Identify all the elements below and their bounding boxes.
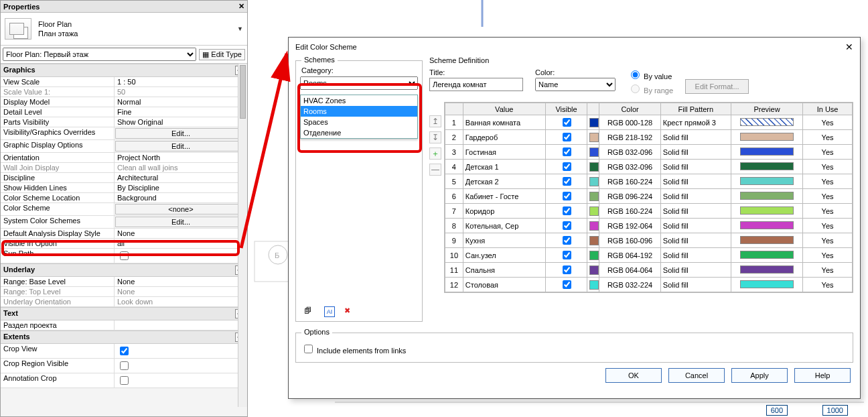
prop-row[interactable]: Crop View [1,344,247,359]
table-row[interactable]: 5Детская 2RGB 160-224Solid fillYes [445,174,853,189]
prop-row[interactable]: Show Hidden LinesBy Discipline [1,183,247,193]
title-input[interactable] [429,78,523,91]
table-row[interactable]: 7КоридорRGB 160-224Solid fillYes [445,204,853,219]
table-row[interactable]: 2ГардеробRGB 218-192Solid fillYes [445,130,853,145]
move-up-icon[interactable]: ↥ [429,115,441,127]
type-line1: Floor Plan [38,19,78,29]
color-select[interactable]: Name [535,78,616,91]
instance-select[interactable]: Floor Plan: Первый этаж [3,48,196,61]
delete-icon[interactable]: ✖ [344,306,355,317]
scheme-definition-group: Scheme Definition Title: Color: Name By … [429,56,853,322]
dimension-600: 600 [766,405,788,416]
prop-row[interactable]: Color Scheme LocationBackground [1,193,247,203]
table-row[interactable]: 11СпальняRGB 064-064Solid fillYes [445,263,853,278]
by-range-radio[interactable]: By range [628,82,673,97]
group-text[interactable]: Text✳ [1,307,247,320]
edit-type-icon: ▦ [202,50,209,59]
prop-row[interactable]: Display ModelNormal [1,97,247,107]
prop-row[interactable]: Underlay OrientationLook down [1,297,247,307]
prop-row[interactable]: Crop Region Visible [1,359,247,373]
include-elements-checkbox[interactable]: Include elements from links [301,347,406,355]
type-selector[interactable]: Floor Plan План этажа ▼ [1,13,247,46]
prop-row[interactable]: Range: Base LevelNone [1,277,247,287]
dimension-1000: 1000 [822,405,848,416]
apply-button[interactable]: Apply [731,368,788,383]
prop-row[interactable]: Color Scheme<none> [1,203,247,216]
edit-type-label: Edit Type [211,50,242,58]
remove-row-icon[interactable]: — [429,164,441,176]
prop-row[interactable]: Visible In Optionall [1,239,247,249]
type-line2: План этажа [38,29,78,38]
prop-row[interactable]: Range: Top LevelNone [1,287,247,297]
edit-color-scheme-dialog: Edit Color Scheme ✕ Schemes Category: Ro… [288,37,861,399]
prop-row[interactable]: OrientationProject North [1,153,247,163]
table-row[interactable]: 8Котельная, СерRGB 192-064Solid fillYes [445,219,853,233]
cancel-button[interactable]: Cancel [668,368,725,383]
row-tools: ↥ ↧ ＋ — [429,115,441,293]
prop-row[interactable]: Detail LevelFine [1,107,247,117]
prop-row[interactable]: System Color SchemesEdit... [1,216,247,229]
edit-format-button: Edit Format... [685,79,749,94]
prop-row[interactable]: Default Analysis Display StyleNone [1,229,247,239]
close-icon[interactable]: ✕ [238,2,244,11]
chevron-down-icon: ▼ [237,25,243,32]
scheme-table[interactable]: ValueVisibleColorFill PatternPreviewIn U… [445,103,853,292]
properties-title-bar[interactable]: Properties ✕ [1,1,247,13]
by-value-radio[interactable]: By value [628,68,673,82]
category-label: Category: [301,66,418,74]
group-extents[interactable]: Extents✳ [1,331,247,344]
schemes-group: Schemes Category: Rooms HVAC ZonesRoomsS… [295,60,423,322]
scrollbar[interactable] [238,64,247,407]
table-row[interactable]: 12СтоловаяRGB 032-224Solid fillYes [445,278,853,292]
edit-type-button[interactable]: ▦ Edit Type [199,49,245,60]
color-label: Color: [535,68,616,76]
property-list[interactable]: Graphics✳View Scale1 : 50Scale Value 1:5… [1,64,247,407]
floor-plan-icon [5,18,31,40]
group-underlay[interactable]: Underlay✳ [1,263,247,277]
prop-row[interactable]: Sun Path [1,249,247,263]
table-row[interactable]: 1Ванная комнатаRGB 000-128Крест прямой 3… [445,115,853,130]
table-row[interactable]: 10Сан.узелRGB 064-192Solid fillYes [445,248,853,263]
properties-panel: Properties ✕ Floor Plan План этажа ▼ Flo… [0,0,248,417]
dropdown-item[interactable]: Отделение [301,127,417,138]
ok-button[interactable]: OK [605,368,662,383]
category-dropdown-list[interactable]: HVAC ZonesRoomsSpacesОтделение [300,95,418,139]
prop-row[interactable]: DisciplineArchitectural [1,173,247,183]
close-icon[interactable]: ✕ [845,42,853,52]
prop-row[interactable]: View Scale1 : 50 [1,77,247,87]
svg-text:Б: Б [275,251,279,259]
dropdown-item[interactable]: Spaces [301,117,417,127]
dialog-title-bar[interactable]: Edit Color Scheme ✕ [289,38,860,56]
prop-row[interactable]: Annotation Crop [1,373,247,388]
prop-row[interactable]: Раздел проекта [1,320,247,331]
category-select[interactable]: Rooms [300,76,418,90]
table-row[interactable]: 4Детская 1RGB 032-096Solid fillYes [445,160,853,174]
options-legend: Options [301,328,332,336]
properties-title: Properties [3,3,40,11]
prop-row[interactable]: Graphic Display OptionsEdit... [1,140,247,153]
move-down-icon[interactable]: ↧ [429,131,441,143]
definition-legend: Scheme Definition [429,56,489,64]
group-graphics[interactable]: Graphics✳ [1,64,247,77]
add-row-icon[interactable]: ＋ [429,147,441,160]
duplicate-icon[interactable]: 🗐 [304,306,315,317]
rename-icon[interactable]: AI [324,306,335,317]
dropdown-item[interactable]: Rooms [301,106,417,117]
prop-row[interactable]: Wall Join DisplayClean all wall joins [1,163,247,173]
help-button[interactable]: Help [794,368,851,383]
table-row[interactable]: 9КухняRGB 160-096Solid fillYes [445,233,853,248]
prop-row[interactable]: Visibility/Graphics OverridesEdit... [1,127,247,140]
dialog-title: Edit Color Scheme [295,43,357,51]
table-row[interactable]: 6Кабинет - ГостеRGB 096-224Solid fillYes [445,189,853,204]
title-label: Title: [429,68,523,76]
prop-row[interactable]: Scale Value 1:50 [1,87,247,97]
prop-row[interactable]: Parts VisibilityShow Original [1,117,247,127]
dropdown-item[interactable]: HVAC Zones [301,95,417,106]
options-group: Options Include elements from links [295,333,853,363]
table-row[interactable]: 3ГостинаяRGB 032-096Solid fillYes [445,145,853,160]
schemes-legend: Schemes [301,56,338,64]
